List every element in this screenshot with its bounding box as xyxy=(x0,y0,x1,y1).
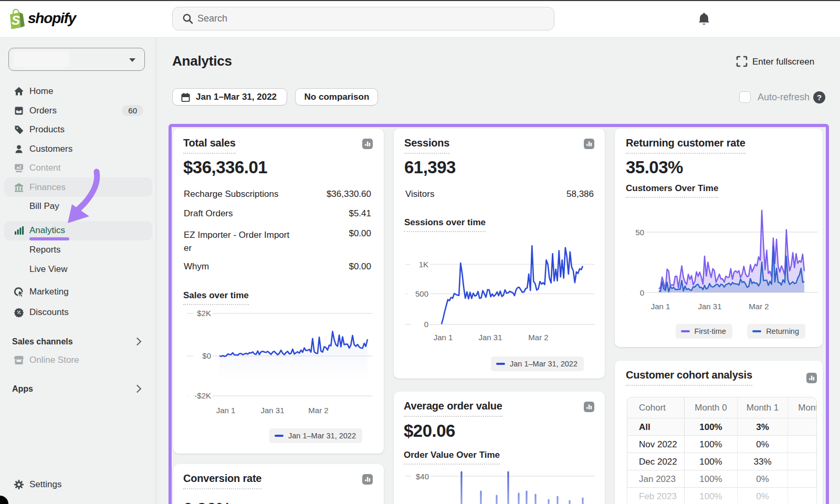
svg-text:S: S xyxy=(12,13,20,27)
